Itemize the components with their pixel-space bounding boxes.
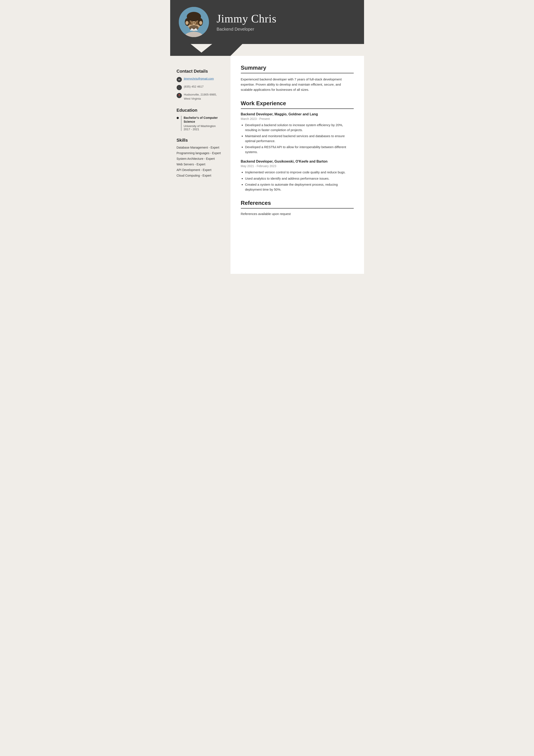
email-icon: ✉ bbox=[177, 77, 182, 82]
job-bullets: Developed a backend solution to increase… bbox=[241, 123, 354, 154]
edu-content: Bachelor's of Computer Science Universit… bbox=[181, 116, 224, 131]
skill-item: API Development - Expert bbox=[177, 168, 224, 172]
job-bullet-item: Used analytics to identify and address p… bbox=[245, 176, 354, 181]
jobs-list: Backend Developer, Maggio, Goldner and L… bbox=[241, 112, 354, 192]
contact-title: Contact Details bbox=[177, 69, 224, 74]
edu-school: University of Washington bbox=[184, 124, 224, 128]
education-section: Education Bachelor's of Computer Science… bbox=[177, 108, 224, 131]
email-value[interactable]: jimmychris@gmail.com bbox=[184, 77, 214, 81]
summary-title: Summary bbox=[241, 65, 354, 73]
svg-point-8 bbox=[186, 21, 189, 25]
skill-item: Database Management - Expert bbox=[177, 146, 224, 149]
svg-point-9 bbox=[199, 21, 202, 25]
summary-section: Summary Experienced backend developer wi… bbox=[241, 65, 354, 92]
work-experience-section: Work Experience Backend Developer, Maggi… bbox=[241, 100, 354, 192]
job-date: March 2023 - Present bbox=[241, 117, 354, 121]
skill-item: System Architecture - Expert bbox=[177, 157, 224, 160]
skill-item: Web Servers - Expert bbox=[177, 163, 224, 166]
phone-value: (835) 452 4617 bbox=[184, 85, 204, 89]
header: Jimmy Chris Backend Developer bbox=[170, 0, 364, 44]
job-bullet-item: Maintained and monitored backend service… bbox=[245, 134, 354, 143]
location-icon: 📍 bbox=[177, 93, 182, 98]
job-bullet-item: Implemented version control to improve c… bbox=[245, 170, 354, 175]
avatar bbox=[179, 7, 209, 37]
work-experience-title: Work Experience bbox=[241, 100, 354, 109]
edu-bullet bbox=[177, 117, 179, 119]
phone-icon: 📞 bbox=[177, 85, 182, 90]
edu-degree: Bachelor's of Computer Science bbox=[184, 116, 224, 123]
education-item: Bachelor's of Computer Science Universit… bbox=[177, 116, 224, 131]
job-title: Backend Developer, Gusikowski, O'Keefe a… bbox=[241, 160, 354, 163]
candidate-title: Backend Developer bbox=[217, 27, 277, 32]
job-title: Backend Developer, Maggio, Goldner and L… bbox=[241, 112, 354, 116]
edu-years: 2017 - 2021 bbox=[184, 128, 224, 131]
job-bullet-item: Developed a RESTful API to allow for int… bbox=[245, 145, 354, 154]
skill-item: Cloud Computing - Expert bbox=[177, 174, 224, 177]
references-text: References available upon request bbox=[241, 212, 354, 216]
job-item-1: Backend Developer, Gusikowski, O'Keefe a… bbox=[241, 160, 354, 192]
sidebar: Contact Details ✉ jimmychris@gmail.com 📞… bbox=[170, 56, 231, 274]
candidate-name: Jimmy Chris bbox=[217, 12, 277, 25]
contact-section: Contact Details ✉ jimmychris@gmail.com 📞… bbox=[177, 69, 224, 101]
chevron-decoration bbox=[170, 44, 364, 56]
skills-section: Skills Database Management - ExpertProgr… bbox=[177, 138, 224, 177]
contact-address-item: 📍 Hudsonville, 21905-9985, West Virginia bbox=[177, 93, 224, 101]
skills-title: Skills bbox=[177, 138, 224, 143]
skill-item: Programming languages - Expert bbox=[177, 151, 224, 155]
education-title: Education bbox=[177, 108, 224, 113]
header-info: Jimmy Chris Backend Developer bbox=[217, 12, 277, 32]
contact-phone-item: 📞 (835) 452 4617 bbox=[177, 85, 224, 90]
job-date: May 2021 - February 2023 bbox=[241, 164, 354, 168]
body: Contact Details ✉ jimmychris@gmail.com 📞… bbox=[170, 56, 364, 274]
main-content: Summary Experienced backend developer wi… bbox=[231, 56, 364, 274]
contact-email-item: ✉ jimmychris@gmail.com bbox=[177, 77, 224, 82]
job-item-0: Backend Developer, Maggio, Goldner and L… bbox=[241, 112, 354, 154]
job-bullets: Implemented version control to improve c… bbox=[241, 170, 354, 192]
svg-point-14 bbox=[196, 22, 198, 24]
svg-point-13 bbox=[190, 22, 192, 24]
address-value: Hudsonville, 21905-9985, West Virginia bbox=[184, 93, 224, 101]
skills-list: Database Management - ExpertProgramming … bbox=[177, 146, 224, 177]
references-title: References bbox=[241, 200, 354, 208]
summary-text: Experienced backend developer with 7 yea… bbox=[241, 77, 354, 92]
job-bullet-item: Developed a backend solution to increase… bbox=[245, 123, 354, 132]
job-bullet-item: Created a system to automate the deploym… bbox=[245, 182, 354, 192]
references-section: References References available upon req… bbox=[241, 200, 354, 216]
